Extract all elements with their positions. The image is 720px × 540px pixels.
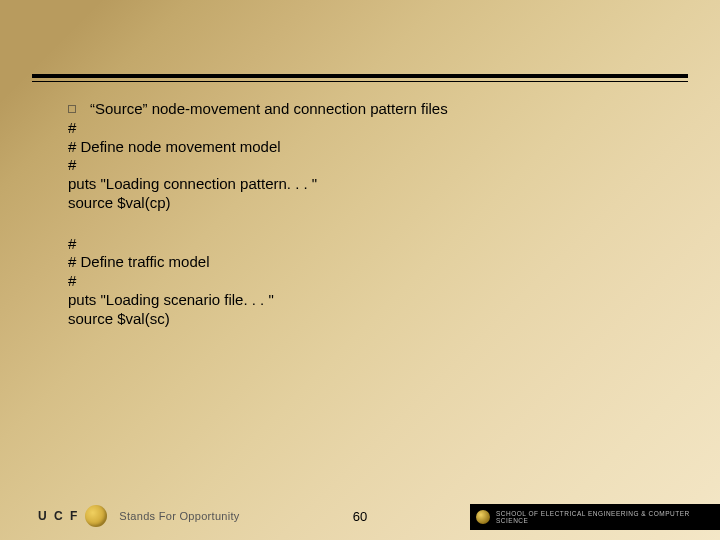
code-line: puts "Loading connection pattern. . . " — [68, 175, 652, 194]
school-badge-text: SCHOOL OF ELECTRICAL ENGINEERING & COMPU… — [496, 510, 720, 524]
code-line: source $val(cp) — [68, 194, 652, 213]
code-line: puts "Loading scenario file. . . " — [68, 291, 652, 310]
bullet-item: “Source” node-movement and connection pa… — [68, 100, 652, 119]
ucf-logo-block: U C F Stands For Opportunity — [38, 505, 240, 527]
code-line: source $val(sc) — [68, 310, 652, 329]
bullet-heading-text: “Source” node-movement and connection pa… — [90, 100, 448, 119]
title-rule-thick — [32, 74, 688, 78]
top-spacer — [0, 0, 720, 74]
code-line: # — [68, 156, 652, 175]
slide-content: “Source” node-movement and connection pa… — [68, 100, 652, 328]
ucf-wordmark: U C F — [38, 509, 79, 523]
title-rule-thin — [32, 81, 688, 82]
code-line: # Define traffic model — [68, 253, 652, 272]
pegasus-seal-icon — [85, 505, 107, 527]
code-line: # — [68, 235, 652, 254]
page-number: 60 — [353, 509, 367, 524]
code-line: # Define node movement model — [68, 138, 652, 157]
square-bullet-icon — [68, 105, 76, 113]
code-line: # — [68, 119, 652, 138]
code-line: # — [68, 272, 652, 291]
slide-footer: U C F Stands For Opportunity 60 SCHOOL O… — [0, 492, 720, 540]
school-badge: SCHOOL OF ELECTRICAL ENGINEERING & COMPU… — [470, 504, 720, 530]
ucf-tagline: Stands For Opportunity — [119, 510, 239, 522]
code-block-2: # # Define traffic model # puts "Loading… — [68, 235, 652, 329]
